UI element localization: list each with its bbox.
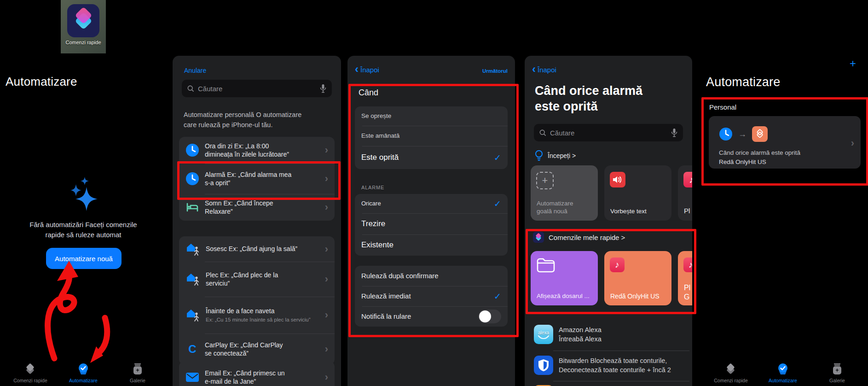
list-item-time-of-day[interactable]: Ora din zi Ex: „La 8:00dimineața în zile…	[179, 137, 335, 164]
my-shortcuts-tiles: Afișează dosarul ... ♪ Redă OnlyHit US ♪…	[525, 251, 692, 305]
list-item-partial[interactable]	[527, 381, 689, 386]
tab-label: Automatizare	[755, 378, 810, 383]
option-label: Rulează după confirmare	[361, 271, 501, 281]
get-started-row[interactable]: Începeți >	[535, 150, 576, 162]
option-oricare[interactable]: Oricare ✓	[355, 194, 508, 213]
chevron-right-icon: ›	[325, 202, 328, 212]
intro-line2: care rulează pe iPhone-ul tău.	[184, 121, 272, 129]
my-shortcuts-header[interactable]: Comenzile mele rapide >	[533, 232, 625, 243]
shortcuts-app-icon[interactable]	[67, 4, 99, 37]
option-label: Trezire	[361, 219, 501, 229]
option-notify-on-run[interactable]: Notifică la rulare	[355, 306, 508, 327]
option-label: Este oprită	[361, 152, 488, 163]
home-leave-icon	[185, 272, 200, 287]
list-item-alexa[interactable]: alexa Amazon AlexaÎntreabă Alexa	[527, 320, 689, 349]
new-automation-button[interactable]: Automatizare nouă	[46, 248, 122, 269]
automation-card[interactable]: → › Când orice alarmă este oprită Redă O…	[709, 116, 861, 169]
back-chevron-icon: ‹	[532, 66, 536, 72]
mic-icon[interactable]	[671, 128, 677, 137]
chevron-right-icon: ›	[325, 145, 328, 155]
list-item-alarm[interactable]: Alarmă Ex: „Când alarma meas-a oprit” ›	[179, 164, 335, 194]
item-line1: Ora din zi Ex: „La 8:00	[205, 142, 269, 150]
panel-actions: ‹ Înapoi Când orice alarmă este oprită C…	[525, 56, 692, 386]
item-line2: Relaxare”	[205, 208, 233, 215]
tile-partial-shortcut[interactable]: ♪ PlG	[678, 251, 692, 305]
add-automation-button[interactable]: +	[850, 57, 856, 70]
option-este-amanata[interactable]: Este amânată	[355, 126, 508, 146]
tab-label: Automatizare	[56, 378, 111, 383]
tab-label: Galerie	[110, 378, 165, 383]
list-item-commute[interactable]: Înainte de a face navetaEx: „Cu 15 minut…	[179, 297, 335, 333]
list-item-carplay[interactable]: C CarPlay Ex: „Când CarPlayse conectează…	[179, 333, 335, 365]
sparkles-icon	[64, 176, 102, 216]
checkmark-icon: ✓	[494, 152, 501, 163]
home-commute-icon	[185, 308, 200, 322]
tab-automation[interactable]: Automatizare	[755, 363, 810, 383]
app-title: Bitwarden Blochează toate conturile,	[559, 357, 667, 364]
gallery-tab-icon	[830, 363, 844, 375]
toggle-knob	[479, 310, 491, 322]
list-item-sleep[interactable]: Somn Ex: „Când începeRelaxare” ›	[179, 194, 335, 221]
item-subtitle: Ex: „Cu 15 minute înainte să plec la ser…	[206, 317, 311, 322]
tab-automation[interactable]: Automatizare	[56, 363, 111, 383]
option-trezire[interactable]: Trezire	[355, 213, 508, 234]
list-item-email[interactable]: Email Ex: „Când primesc une-mail de la J…	[179, 361, 335, 386]
item-line1: Alarmă Ex: „Când alarma mea	[205, 171, 291, 178]
tab-shortcuts[interactable]: Comenzi rapide	[3, 363, 58, 383]
empty-state-text: Fără automatizări Faceți comenzile rapid…	[9, 220, 157, 240]
summary-title: Automatizare	[706, 75, 780, 89]
chevron-right-icon: ›	[851, 138, 854, 148]
option-existente[interactable]: Existente	[355, 234, 508, 256]
option-este-oprita[interactable]: Este oprită ✓	[355, 146, 508, 169]
option-label: Existente	[361, 240, 501, 250]
speaker-icon	[610, 172, 625, 187]
home-arrive-icon	[185, 242, 200, 257]
tile-play-onlyhit[interactable]: ♪ Redă OnlyHit US	[604, 251, 671, 305]
tile-label: Pl	[684, 207, 690, 215]
title-line1: Când orice alarmă	[535, 84, 642, 98]
back-button[interactable]: ‹ Înapoi	[532, 66, 556, 74]
home-app-tile: Comenzi rapide	[61, 0, 106, 53]
checkmark-icon: ✓	[494, 291, 501, 302]
chevron-right-icon: ›	[325, 174, 328, 184]
tile-speak-text[interactable]: Vorbește text	[604, 165, 671, 221]
carplay-icon: C	[185, 342, 199, 356]
tab-label: Comenzi rapide	[3, 378, 58, 383]
next-button[interactable]: Următorul	[482, 68, 508, 74]
cancel-link[interactable]: Anulare	[184, 67, 206, 74]
back-button[interactable]: ‹ Înapoi	[355, 66, 379, 74]
app-icon-label: Comenzi rapide	[65, 40, 101, 45]
tab-gallery[interactable]: Galerie	[810, 363, 865, 383]
item-line2: e-mail de la Jane”	[205, 378, 256, 385]
tab-shortcuts[interactable]: Comenzi rapide	[703, 363, 758, 383]
tile-partial-suggestion[interactable]: ♪ Pl	[678, 165, 692, 221]
trigger-group-3: Email Ex: „Când primesc une-mail de la J…	[179, 361, 335, 386]
mic-icon[interactable]	[320, 84, 326, 93]
intro-text: Automatizare personală O automatizare ca…	[184, 110, 301, 130]
tile-show-folder[interactable]: Afișează dosarul ...	[531, 251, 598, 305]
tab-gallery[interactable]: Galerie	[110, 363, 165, 383]
option-label: Oricare	[361, 199, 488, 207]
tile-blank-automation[interactable]: + Automatizaregoală nouă	[531, 165, 598, 221]
option-run-after-confirm[interactable]: Rulează după confirmare	[355, 266, 508, 286]
home-title: Automatizare	[6, 75, 77, 89]
suggestion-tiles: + Automatizaregoală nouă Vorbește text ♪…	[525, 165, 692, 221]
alexa-app-icon: alexa	[534, 325, 553, 344]
list-item-leave[interactable]: Plec Ex: „Când plec de laserviciu” ›	[179, 262, 335, 297]
notify-toggle-off[interactable]	[478, 310, 501, 323]
search-input[interactable]: Căutare	[534, 124, 683, 141]
search-input[interactable]: Căutare	[182, 80, 332, 97]
panel-new-automation: Anulare Căutare Automatizare personală O…	[173, 56, 341, 386]
search-icon	[187, 85, 194, 92]
clock-icon	[719, 127, 733, 141]
shortcuts-tab-icon	[23, 363, 37, 375]
option-run-immediately[interactable]: Rulează imediat ✓	[355, 286, 508, 306]
option-label: Este amânată	[361, 132, 501, 140]
alexa-wordmark: alexa	[538, 330, 549, 335]
chevron-right-icon: ›	[325, 344, 328, 354]
alarm-clock-icon	[185, 172, 199, 186]
list-item-arrive[interactable]: Sosesc Ex: „Când ajung la sală” ›	[179, 236, 335, 262]
state-options-group: Se oprește Este amânată Este oprită ✓	[355, 106, 508, 169]
option-se-opreste[interactable]: Se oprește	[355, 106, 508, 126]
list-item-bitwarden[interactable]: Bitwarden Blochează toate conturile,Deco…	[527, 351, 689, 380]
